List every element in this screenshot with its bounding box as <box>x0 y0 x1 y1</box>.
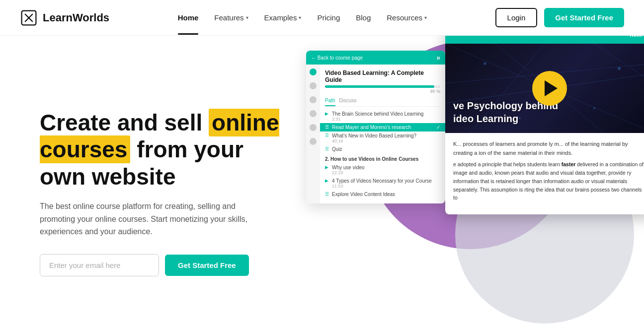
nav-features[interactable]: Features ▾ <box>214 13 248 22</box>
hero-cta-button[interactable]: Get Started Free <box>165 255 249 276</box>
nav-home[interactable]: Home <box>178 13 199 22</box>
list-item[interactable]: ☰ Quiz <box>325 145 440 153</box>
list-item[interactable]: ☰ What's New in Video Based Learning? 40… <box>325 132 440 145</box>
video-text-content: K... processes of learners and promote l… <box>445 133 644 214</box>
svg-point-11 <box>593 107 595 109</box>
logo-icon <box>20 9 38 27</box>
video-panel: next > <box>445 36 644 214</box>
quiz-icon: ☰ <box>325 146 330 151</box>
hero-content: Create and sell online courses from your… <box>40 109 288 276</box>
progress-fill <box>325 85 434 88</box>
check-icon: ✓ <box>436 125 440 130</box>
video-text-paragraph-1: K... processes of learners and promote l… <box>453 140 644 157</box>
course-title: Video Based Learning: A Complete Guide <box>325 69 440 83</box>
list-item[interactable]: ☰ Explore Video Content Ideas <box>325 190 440 198</box>
play-icon-2: ▶ <box>325 165 330 170</box>
sidebar-icon-3 <box>310 96 317 103</box>
document-icon: ☰ <box>325 125 330 130</box>
tab-discuss[interactable]: Discuss <box>339 98 357 106</box>
hero-section: Create and sell online courses from your… <box>0 36 644 330</box>
document-icon-2: ☰ <box>325 133 330 138</box>
tab-path[interactable]: Path <box>325 98 335 106</box>
sidebar-icon-1 <box>310 68 317 75</box>
svg-point-7 <box>483 62 486 65</box>
section-2-header: 2. How to use Videos in Online Courses <box>325 156 440 162</box>
logo-text: LearnWorlds <box>43 11 109 24</box>
play-triangle-icon <box>545 80 558 96</box>
nav-pricing[interactable]: Pricing <box>317 13 340 22</box>
course-panel-header: ← Back to course page » <box>306 51 445 65</box>
course-tabs: Path Discuss <box>325 98 440 107</box>
list-item[interactable]: ▶ Why use video 22:29 <box>325 163 440 177</box>
hero-title: Create and sell online courses from your… <box>40 109 288 190</box>
examples-chevron-icon: ▾ <box>299 15 301 20</box>
sidebar-icon-6 <box>310 138 317 145</box>
hero-cta-area: Get Started Free <box>40 254 288 276</box>
play-icon: ▶ <box>325 111 330 116</box>
get-started-header-button[interactable]: Get Started Free <box>544 8 624 27</box>
header-actions: Login Get Started Free <box>495 8 624 27</box>
svg-line-4 <box>594 44 644 83</box>
play-icon-3: ▶ <box>325 178 330 183</box>
panel-expand-icon: » <box>436 54 440 62</box>
login-button[interactable]: Login <box>495 8 538 27</box>
nav-examples[interactable]: Examples ▾ <box>264 13 302 22</box>
list-item[interactable]: ▶ The Brain Science behind Video Learnin… <box>325 110 440 123</box>
back-to-course-link[interactable]: ← Back to course page <box>311 55 363 61</box>
resources-chevron-icon: ▾ <box>424 15 427 20</box>
logo[interactable]: LearnWorlds <box>20 9 109 27</box>
panel-content: Video Based Learning: A Complete Guide 9… <box>320 65 445 203</box>
course-panel-body: Video Based Learning: A Complete Guide 9… <box>306 65 445 203</box>
play-button[interactable] <box>532 71 567 106</box>
sidebar-icon-5 <box>310 124 317 131</box>
list-item[interactable]: ▶ 4 Types of Videos Necessary for your C… <box>325 177 440 190</box>
list-item-active[interactable]: ☰ Read Mayer and Moreno's research ✓ <box>320 123 445 132</box>
sidebar-icon-2 <box>310 82 317 89</box>
progress-label: 95 % <box>325 89 440 94</box>
nav-resources[interactable]: Resources ▾ <box>387 13 427 22</box>
video-background: ve Psychology behind ideo Learning <box>445 44 644 133</box>
hero-illustration: ← Back to course page » Video Based Lear… <box>296 36 644 330</box>
next-button[interactable]: next > <box>630 36 644 38</box>
panel-sidebar <box>306 65 320 203</box>
faster-label: faster <box>562 161 576 167</box>
features-chevron-icon: ▾ <box>246 15 248 20</box>
progress-bar <box>325 85 440 88</box>
nav-blog[interactable]: Blog <box>356 13 371 22</box>
hero-subtitle: The best online course platform for crea… <box>40 200 248 238</box>
main-nav: Home Features ▾ Examples ▾ Pricing Blog … <box>178 13 427 22</box>
video-text-paragraph-2: e adopted a principle that helps student… <box>453 160 644 202</box>
course-panel: ← Back to course page » Video Based Lear… <box>306 51 445 203</box>
video-top-bar: next > <box>445 36 644 44</box>
sidebar-icon-4 <box>310 110 317 117</box>
svg-point-9 <box>618 67 621 70</box>
document-icon-3: ☰ <box>325 192 330 197</box>
header: LearnWorlds Home Features ▾ Examples ▾ P… <box>0 0 644 36</box>
email-input[interactable] <box>40 254 159 276</box>
